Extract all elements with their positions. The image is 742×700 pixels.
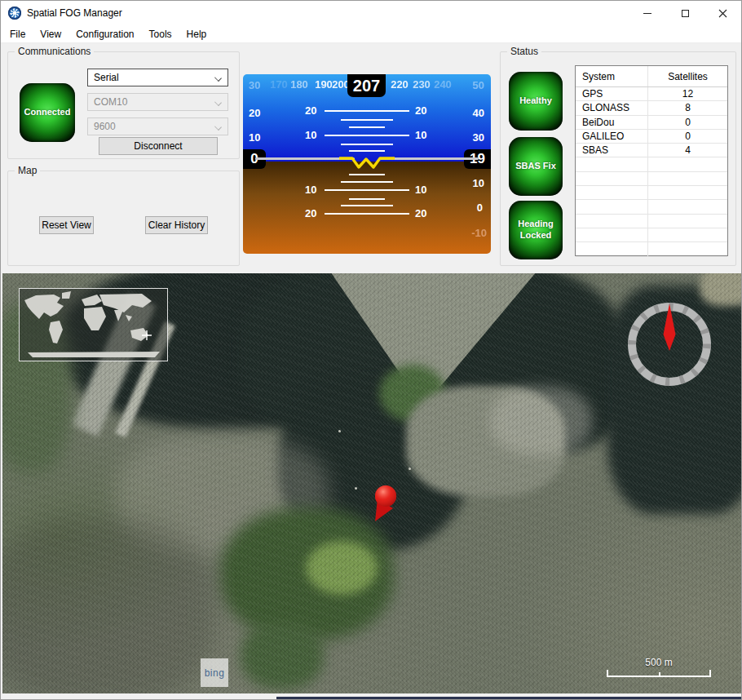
menu-bar: File View Configuration Tools Help <box>1 25 741 43</box>
right-scale-tick: 40 <box>473 107 484 119</box>
map-scale-bar: 500 m <box>607 657 711 677</box>
chevron-down-icon <box>214 123 222 131</box>
left-scale-tick: 10 <box>249 131 260 144</box>
menu-configuration[interactable]: Configuration <box>68 26 141 42</box>
pitch-line <box>349 174 385 175</box>
heading-tick: 240 <box>434 78 452 91</box>
chevron-down-icon <box>214 74 222 82</box>
communications-label: Communications <box>15 46 94 57</box>
aircraft-symbol-icon <box>338 153 396 171</box>
pitch-label: 20 <box>305 207 316 219</box>
status-label: Status <box>507 46 541 57</box>
map-scale-label: 500 m <box>607 657 711 668</box>
pitch-line <box>349 198 385 200</box>
maximize-button[interactable] <box>666 1 704 25</box>
pitch-label: 10 <box>305 129 316 141</box>
app-window: Spatial FOG Manager File View Configurat… <box>0 0 742 700</box>
map-group-label: Map <box>15 165 40 176</box>
maximize-icon <box>682 10 689 17</box>
map-group: Map Reset View Clear History <box>7 171 240 266</box>
control-panel: Communications Connected Serial COM10 96… <box>1 43 741 274</box>
table-row-empty <box>576 172 727 186</box>
minimize-button[interactable] <box>629 1 666 25</box>
table-row: GALILEO 0 <box>576 130 727 144</box>
menu-help[interactable]: Help <box>179 26 214 42</box>
connection-type-select[interactable]: Serial <box>87 69 228 86</box>
pitch-line <box>325 110 409 112</box>
table-row-empty <box>576 242 727 256</box>
pitch-line <box>341 205 393 206</box>
minimize-icon <box>643 13 651 14</box>
com-port-select[interactable]: COM10 <box>87 93 228 111</box>
pitch-label: 10 <box>415 129 426 141</box>
pitch-label: 20 <box>305 104 316 117</box>
heading-locked-status-light: Heading Locked <box>509 201 563 259</box>
pitch-label: 20 <box>415 207 426 219</box>
baud-rate-select[interactable]: 9600 <box>87 117 228 135</box>
left-scale-tick: 30 <box>249 79 260 91</box>
table-row-empty <box>576 228 727 242</box>
disconnect-button[interactable]: Disconnect <box>99 137 218 155</box>
pitch-line <box>325 135 409 136</box>
menu-file[interactable]: File <box>2 26 33 42</box>
table-row: SBAS 4 <box>576 144 727 157</box>
heading-tick: 180 <box>290 78 308 91</box>
heading-tick: 220 <box>391 78 409 91</box>
heading-tick: 230 <box>413 78 431 91</box>
clear-history-button[interactable]: Clear History <box>145 216 208 234</box>
compass-icon <box>625 297 714 387</box>
location-pin-icon <box>366 484 402 525</box>
attitude-indicator: 170 180 190 200 220 230 240 207 30 20 10… <box>243 74 491 254</box>
window-bottom-edge <box>1 693 741 699</box>
world-overview-map <box>19 288 168 361</box>
bing-attribution: bing <box>201 658 228 687</box>
pitch-line <box>325 213 409 215</box>
pitch-line <box>341 119 393 121</box>
left-scale-tick: 20 <box>249 107 260 119</box>
compass-indicator <box>625 297 714 387</box>
map-viewport[interactable]: bing 500 m <box>2 273 741 695</box>
menu-tools[interactable]: Tools <box>142 26 179 42</box>
table-row: BeiDou 0 <box>576 116 727 130</box>
reset-view-button[interactable]: Reset View <box>39 216 94 234</box>
column-header-satellites: Satellites <box>648 66 727 86</box>
table-row-empty <box>576 186 727 200</box>
pitch-line <box>341 144 393 145</box>
close-icon <box>718 9 727 18</box>
status-group: Status Healthy SBAS Fix Heading Locked S… <box>500 51 736 266</box>
taskbar-sliver <box>276 697 741 699</box>
heading-tick: 170 <box>270 78 288 91</box>
table-row-empty <box>576 157 727 171</box>
table-header-row: System Satellites <box>576 66 727 87</box>
pitch-line <box>349 150 385 152</box>
satellites-table: System Satellites GPS 12 GLONASS 8 BeiDo… <box>575 65 728 256</box>
heading-readout: 207 <box>347 74 386 97</box>
pitch-line <box>349 126 385 128</box>
pitch-line <box>341 181 393 183</box>
connection-status-light: Connected <box>20 83 75 142</box>
pitch-line <box>325 189 409 191</box>
app-icon <box>8 7 21 20</box>
table-row: GLONASS 8 <box>576 101 727 115</box>
table-row: GPS 12 <box>576 87 727 101</box>
window-title: Spatial FOG Manager <box>27 7 122 19</box>
chevron-down-icon <box>214 99 222 106</box>
pitch-label: 10 <box>305 184 316 196</box>
heading-tick: 190 <box>315 78 333 91</box>
right-scale-tick: -10 <box>471 227 487 239</box>
right-scale-tick: 30 <box>473 131 484 144</box>
table-row-empty <box>576 215 727 228</box>
world-overview-icon <box>20 289 167 361</box>
table-row-empty <box>576 200 727 214</box>
pitch-label: 20 <box>415 104 426 117</box>
right-scale-tick: 0 <box>477 202 483 214</box>
title-bar: Spatial FOG Manager <box>1 1 741 25</box>
right-scale-tick: 10 <box>473 177 484 189</box>
communications-group: Communications Connected Serial COM10 96… <box>7 51 240 159</box>
pitch-label: 10 <box>415 184 426 196</box>
close-button[interactable] <box>704 1 741 25</box>
menu-view[interactable]: View <box>33 26 68 42</box>
column-header-system: System <box>576 66 648 86</box>
right-scale-tick: 50 <box>473 79 484 91</box>
healthy-status-light: Healthy <box>509 72 563 131</box>
